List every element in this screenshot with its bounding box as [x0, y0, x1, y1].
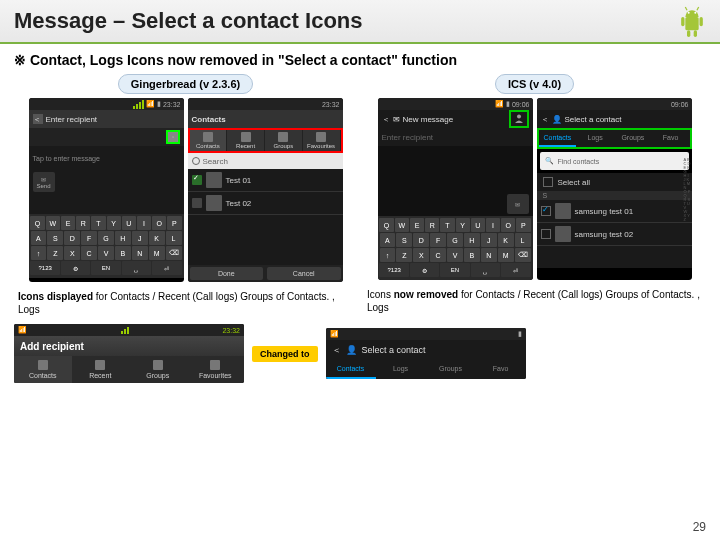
keyboard[interactable]: QWERTYUIOP ASDFGHJKL ↑ZXCVBNM⌫ ?123⚙EN␣⏎ — [378, 216, 533, 280]
find-contacts-field[interactable]: 🔍 Find contacts — [540, 152, 689, 170]
key-i[interactable]: I — [137, 216, 151, 230]
key-n[interactable]: N — [132, 246, 148, 260]
key-y[interactable]: Y — [107, 216, 121, 230]
key-f[interactable]: F — [81, 231, 97, 245]
key-r[interactable]: R — [76, 216, 90, 230]
key-⌫[interactable]: ⌫ — [515, 248, 531, 262]
tab-groups[interactable]: Groups — [614, 130, 652, 147]
tab-contacts[interactable]: Contacts — [539, 130, 577, 147]
key-t[interactable]: T — [91, 216, 105, 230]
alpha-index[interactable]: A B C D E F G H I J K L M N O P Q R S T … — [684, 158, 691, 222]
key-i[interactable]: I — [486, 218, 500, 232]
tab-contacts[interactable]: Contacts — [14, 356, 72, 383]
back-icon[interactable]: ＜ — [33, 114, 43, 124]
key-p[interactable]: P — [516, 218, 530, 232]
key-c[interactable]: C — [430, 248, 446, 262]
key-g[interactable]: G — [98, 231, 114, 245]
key-j[interactable]: J — [481, 233, 497, 247]
tab-groups[interactable]: Groups — [129, 356, 187, 383]
key-o[interactable]: O — [501, 218, 515, 232]
key-en[interactable]: EN — [91, 261, 120, 275]
back-icon[interactable]: ＜ — [382, 114, 390, 125]
key-␣[interactable]: ␣ — [122, 261, 151, 275]
tab-logs[interactable]: Logs — [576, 130, 614, 147]
key-c[interactable]: C — [81, 246, 97, 260]
key-v[interactable]: V — [98, 246, 114, 260]
key-d[interactable]: D — [64, 231, 80, 245]
key-q[interactable]: Q — [379, 218, 393, 232]
tab-favourites[interactable]: Favourites — [303, 130, 341, 151]
keyboard[interactable]: QWERTYUIOP ASDFGHJKL ↑ZXCVBNM⌫ ?123⚙EN␣⏎ — [29, 214, 184, 278]
key-⏎[interactable]: ⏎ — [501, 263, 530, 277]
key-p[interactable]: P — [167, 216, 181, 230]
key-m[interactable]: M — [498, 248, 514, 262]
key-x[interactable]: X — [413, 248, 429, 262]
tab-groups[interactable]: Groups — [265, 130, 303, 151]
checkbox-icon[interactable] — [192, 198, 202, 208]
tab-logs[interactable]: Logs — [376, 360, 426, 379]
list-item[interactable]: Test 01 — [188, 169, 343, 192]
key-w[interactable]: W — [46, 216, 60, 230]
key-q[interactable]: Q — [30, 216, 44, 230]
tab-favourites[interactable]: Favourites — [187, 356, 245, 383]
back-icon[interactable]: ＜ — [541, 114, 549, 125]
key-z[interactable]: Z — [47, 246, 63, 260]
key-m[interactable]: M — [149, 246, 165, 260]
key-↑[interactable]: ↑ — [31, 246, 47, 260]
key-h[interactable]: H — [115, 231, 131, 245]
key-e[interactable]: E — [410, 218, 424, 232]
checkbox-icon[interactable] — [543, 177, 553, 187]
key-⏎[interactable]: ⏎ — [152, 261, 181, 275]
key-r[interactable]: R — [425, 218, 439, 232]
list-item[interactable]: samsung test 01 — [537, 200, 692, 223]
key-g[interactable]: G — [447, 233, 463, 247]
key-k[interactable]: K — [149, 231, 165, 245]
key-d[interactable]: D — [413, 233, 429, 247]
checkbox-icon[interactable] — [541, 229, 551, 239]
enter-recipient[interactable]: Enter recipient — [43, 115, 180, 124]
key-⚙[interactable]: ⚙ — [410, 263, 439, 277]
key-j[interactable]: J — [132, 231, 148, 245]
key-k[interactable]: K — [498, 233, 514, 247]
key-x[interactable]: X — [64, 246, 80, 260]
tab-groups[interactable]: Groups — [426, 360, 476, 379]
key-s[interactable]: S — [396, 233, 412, 247]
key-␣[interactable]: ␣ — [471, 263, 500, 277]
key-b[interactable]: B — [464, 248, 480, 262]
key-a[interactable]: A — [380, 233, 396, 247]
key-h[interactable]: H — [464, 233, 480, 247]
select-all-row[interactable]: Select all — [537, 173, 692, 191]
key-l[interactable]: L — [166, 231, 182, 245]
key-b[interactable]: B — [115, 246, 131, 260]
key-u[interactable]: U — [122, 216, 136, 230]
key-f[interactable]: F — [430, 233, 446, 247]
checkbox-icon[interactable] — [192, 175, 202, 185]
key-↑[interactable]: ↑ — [380, 248, 396, 262]
key-e[interactable]: E — [61, 216, 75, 230]
contact-picker-icon[interactable]: + — [166, 130, 180, 144]
cancel-button[interactable]: Cancel — [267, 267, 341, 280]
key-⚙[interactable]: ⚙ — [61, 261, 90, 275]
tab-favo[interactable]: Favo — [476, 360, 526, 379]
key-n[interactable]: N — [481, 248, 497, 262]
tab-contacts[interactable]: Contacts — [326, 360, 376, 379]
key-z[interactable]: Z — [396, 248, 412, 262]
back-icon[interactable]: ＜ — [332, 344, 341, 357]
message-area[interactable]: Tap to enter message — [29, 146, 184, 170]
list-item[interactable]: Test 02 — [188, 192, 343, 215]
send-button[interactable]: ✉ — [507, 194, 529, 214]
key-o[interactable]: O — [152, 216, 166, 230]
search-field[interactable]: Search — [188, 153, 343, 169]
key-u[interactable]: U — [471, 218, 485, 232]
key-?123[interactable]: ?123 — [379, 263, 408, 277]
send-button[interactable]: ✉ Send — [33, 172, 55, 192]
key-w[interactable]: W — [395, 218, 409, 232]
key-?123[interactable]: ?123 — [30, 261, 59, 275]
key-l[interactable]: L — [515, 233, 531, 247]
contact-picker-icon[interactable] — [509, 110, 529, 128]
key-⌫[interactable]: ⌫ — [166, 246, 182, 260]
key-t[interactable]: T — [440, 218, 454, 232]
key-en[interactable]: EN — [440, 263, 469, 277]
recipient-input[interactable]: Enter recipient — [378, 128, 533, 146]
key-a[interactable]: A — [31, 231, 47, 245]
